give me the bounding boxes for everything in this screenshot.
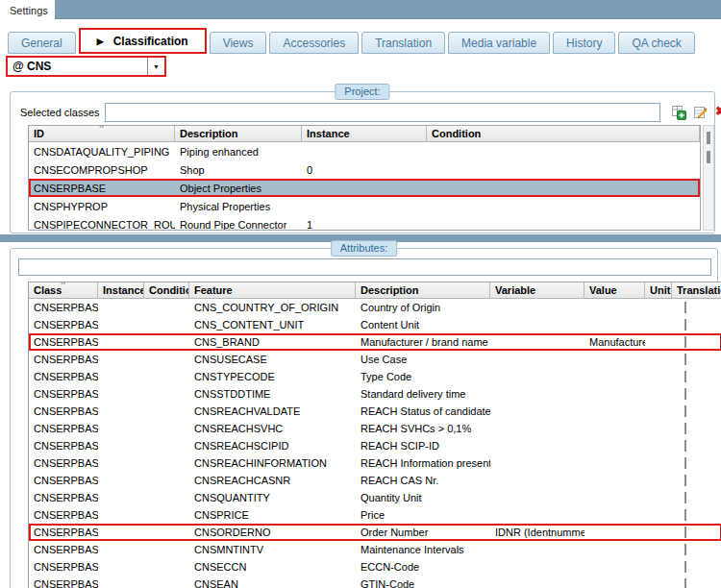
table-row[interactable]: CNSERPBASECNSECCNECCN-Code bbox=[29, 558, 721, 576]
table-row[interactable]: CNSERPBASECNSREACHSVHCREACH SVHCs > 0,1% bbox=[29, 420, 721, 437]
translation-checkbox[interactable] bbox=[684, 561, 686, 573]
translation-checkbox[interactable] bbox=[684, 475, 686, 486]
table-row[interactable]: CNSERPBASECNSSTDDTIMEStandard delivery t… bbox=[29, 385, 721, 403]
translation-checkbox[interactable] bbox=[684, 405, 686, 417]
cell-description: REACH Information present bbox=[356, 457, 490, 469]
translation-checkbox[interactable] bbox=[684, 492, 686, 503]
translation-checkbox[interactable] bbox=[684, 509, 686, 521]
tab-label: Classification bbox=[113, 35, 188, 48]
cell-description: Content Unit bbox=[356, 319, 490, 331]
column-header-instance[interactable]: Instance bbox=[98, 282, 144, 298]
table-row[interactable]: CNSERPBASECNS_CONTENT_UNITContent Unit bbox=[29, 316, 721, 333]
translation-checkbox[interactable] bbox=[684, 527, 686, 538]
edit-icon[interactable] bbox=[692, 104, 709, 120]
table-row[interactable]: CNSERPBASECNS_COUNTRY_OF_ORIGINCountry o… bbox=[29, 299, 721, 316]
table-row[interactable]: CNSERPBASECNSUSECASEUse Case bbox=[29, 351, 721, 368]
column-header-condition[interactable]: Condition bbox=[144, 282, 189, 298]
tab-label: Views bbox=[223, 37, 254, 50]
cell-id: CNSDATAQUALITY_PIPING bbox=[29, 146, 175, 158]
cell-translation bbox=[672, 354, 721, 365]
tab-accessories[interactable]: Accessories bbox=[269, 32, 359, 54]
tab-classification[interactable]: ▶Classification bbox=[79, 28, 207, 54]
table-row[interactable]: CNSERPBASECNSORDERNOOrder NumberIDNR (Id… bbox=[29, 524, 721, 541]
table-row[interactable]: CNSERPBASECNSPRICEPrice bbox=[29, 506, 721, 524]
table-row[interactable]: CNSECOMPROPSHOPShop0 bbox=[29, 160, 700, 179]
column-header-unit[interactable]: Unit bbox=[645, 282, 672, 298]
table-row[interactable]: CNSERPBASECNSREACHSCIPIDREACH SCIP-ID bbox=[29, 437, 721, 454]
cell-description: Physical Properties bbox=[175, 201, 302, 212]
scrollbar-thumb[interactable] bbox=[707, 151, 710, 163]
translation-checkbox[interactable] bbox=[684, 544, 686, 555]
table-row[interactable]: CNSERPBASECNS_BRANDManufacturer / brand … bbox=[29, 333, 721, 351]
translation-checkbox[interactable] bbox=[684, 423, 686, 434]
table-row[interactable]: CNSERPBASECNSTYPECODEType Code bbox=[29, 368, 721, 385]
tab-translation[interactable]: Translation bbox=[361, 32, 445, 54]
translation-checkbox[interactable] bbox=[684, 336, 686, 348]
column-header-description[interactable]: Description bbox=[175, 126, 302, 141]
cell-description: Standard delivery time bbox=[356, 388, 490, 400]
column-header-id[interactable]: ID^ bbox=[29, 126, 175, 141]
translation-checkbox[interactable] bbox=[684, 440, 686, 452]
table-row[interactable]: CNSERPBASEObject Properties bbox=[29, 179, 700, 197]
translation-checkbox[interactable] bbox=[684, 302, 686, 313]
cell-description: Maintenance Intervals bbox=[356, 544, 490, 555]
column-header-translation[interactable]: Translation bbox=[672, 282, 721, 298]
tab-general[interactable]: General bbox=[8, 32, 76, 54]
cell-instance: 1 bbox=[302, 219, 427, 231]
translation-checkbox[interactable] bbox=[684, 578, 686, 588]
translation-checkbox[interactable] bbox=[684, 388, 686, 400]
window-tab-settings[interactable]: Settings bbox=[0, 0, 55, 20]
cell-feature: CNSECCN bbox=[189, 561, 356, 573]
cell-class: CNSERPBASE bbox=[29, 405, 98, 417]
cell-class: CNSERPBASE bbox=[29, 578, 98, 588]
attributes-filter-input[interactable] bbox=[18, 258, 711, 276]
cell-class: CNSERPBASE bbox=[29, 371, 98, 382]
table-row[interactable]: CNSDATAQUALITY_PIPINGPiping enhanced bbox=[29, 142, 700, 160]
table-row[interactable]: CNSERPBASECNSMNTINTVMaintenance Interval… bbox=[29, 541, 721, 558]
cell-description: REACH SVHCs > 0,1% bbox=[356, 423, 490, 434]
column-header-value[interactable]: Value bbox=[584, 282, 645, 298]
chevron-down-icon[interactable]: ▼ bbox=[147, 58, 164, 75]
delete-icon[interactable]: ✖ bbox=[712, 103, 721, 119]
cell-description: GTIN-Code bbox=[356, 578, 490, 588]
attributes-group-label: Attributes: bbox=[331, 240, 398, 257]
table-row[interactable]: CNSERPBASECNSREACHCASNRREACH CAS Nr. bbox=[29, 472, 721, 489]
table-row[interactable]: CNSERPBASECNSREACHVALDATEREACH Status of… bbox=[29, 403, 721, 420]
column-header-label: Description bbox=[360, 284, 419, 296]
column-header-condition[interactable]: Condition bbox=[427, 126, 700, 141]
translation-checkbox[interactable] bbox=[684, 371, 686, 382]
column-header-label: Class bbox=[34, 284, 62, 296]
scrollbar-thumb[interactable] bbox=[707, 132, 710, 144]
column-header-instance[interactable]: Instance bbox=[302, 126, 427, 141]
column-header-class[interactable]: Class^ bbox=[29, 282, 98, 298]
tab-views[interactable]: Views bbox=[210, 32, 267, 54]
table-row[interactable]: CNSERPBASECNSREACHINFORMATIONREACH Infor… bbox=[29, 454, 721, 472]
project-table-scrollbar[interactable] bbox=[703, 125, 714, 231]
translation-checkbox[interactable] bbox=[684, 354, 686, 365]
table-row[interactable]: CNSERPBASECNSEANGTIN-Code bbox=[29, 576, 721, 588]
column-header-feature[interactable]: Feature bbox=[189, 282, 356, 298]
column-header-label: Condition bbox=[432, 128, 481, 139]
table-row[interactable]: CNSERPBASECNSQUANTITYQuantity Unit bbox=[29, 489, 721, 506]
cell-variable: IDNR (Identnummer) bbox=[490, 527, 584, 538]
table-row[interactable]: CNSPIPECONNECTOR_ROUNDRound Pipe Connect… bbox=[29, 215, 700, 231]
translation-checkbox[interactable] bbox=[684, 319, 686, 331]
tab-media-variable[interactable]: Media variable bbox=[448, 32, 550, 54]
selected-classes-input[interactable] bbox=[105, 103, 660, 122]
tab-qa-check[interactable]: QA check bbox=[618, 32, 694, 54]
cell-description: Piping enhanced bbox=[175, 146, 302, 158]
cell-feature: CNSPRICE bbox=[189, 509, 356, 521]
tab-history[interactable]: History bbox=[553, 32, 615, 54]
cell-translation bbox=[672, 527, 721, 538]
column-header-variable[interactable]: Variable bbox=[490, 282, 584, 298]
column-header-description[interactable]: Description bbox=[356, 282, 490, 298]
attributes-group: Attributes: Class^InstanceConditionFeatu… bbox=[10, 248, 718, 588]
column-header-label: Instance bbox=[103, 284, 144, 296]
cell-description: Manufacturer / brand name bbox=[356, 336, 490, 348]
cell-feature: CNSMNTINTV bbox=[189, 544, 356, 555]
cell-instance: 0 bbox=[302, 164, 427, 176]
classification-system-dropdown[interactable]: @ CNS ▼ bbox=[6, 56, 166, 77]
table-row[interactable]: CNSPHYPROPPhysical Properties bbox=[29, 197, 700, 215]
translation-checkbox[interactable] bbox=[684, 457, 686, 469]
add-icon[interactable] bbox=[670, 104, 686, 120]
